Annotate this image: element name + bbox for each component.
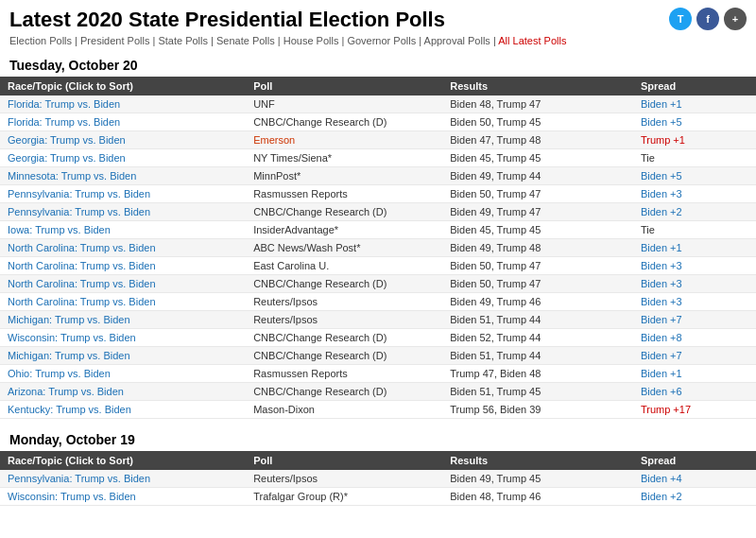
poll-spread: Biden +4 (633, 470, 756, 488)
poll-spread: Tie (633, 149, 756, 167)
column-header[interactable]: Poll (246, 451, 442, 470)
table-row: Arizona: Trump vs. BidenCNBC/Change Rese… (0, 383, 756, 401)
poll-name: CNBC/Change Research (D) (246, 275, 442, 293)
poll-spread: Biden +7 (633, 347, 756, 365)
polls-table-1: Race/Topic (Click to Sort)PollResultsSpr… (0, 451, 756, 506)
poll-spread: Biden +3 (633, 275, 756, 293)
poll-name: MinnPost* (246, 167, 442, 185)
table-row: North Carolina: Trump vs. BidenReuters/I… (0, 293, 756, 311)
race-topic[interactable]: Ohio: Trump vs. Biden (0, 365, 246, 383)
column-header[interactable]: Results (442, 451, 633, 470)
poll-name: ABC News/Wash Post* (246, 239, 442, 257)
poll-results: Biden 49, Trump 48 (442, 239, 633, 257)
race-topic[interactable]: Arizona: Trump vs. Biden (0, 383, 246, 401)
table-row: Wisconsin: Trump vs. BidenCNBC/Change Re… (0, 329, 756, 347)
poll-spread: Biden +3 (633, 293, 756, 311)
table-row: Pennsylvania: Trump vs. BidenCNBC/Change… (0, 203, 756, 221)
race-topic[interactable]: Florida: Trump vs. Biden (0, 113, 246, 131)
poll-spread: Biden +5 (633, 167, 756, 185)
table-row: Ohio: Trump vs. BidenRasmussen ReportsTr… (0, 365, 756, 383)
social-icons: T f + (669, 8, 747, 30)
poll-results: Biden 50, Trump 47 (442, 275, 633, 293)
table-row: Pennsylvania: Trump vs. BidenRasmussen R… (0, 185, 756, 203)
race-topic[interactable]: Pennsylvania: Trump vs. Biden (0, 470, 246, 488)
race-topic[interactable]: Iowa: Trump vs. Biden (0, 221, 246, 239)
table-row: Kentucky: Trump vs. BidenMason-DixonTrum… (0, 401, 756, 419)
nav-link-president-polls[interactable]: President Polls (80, 35, 149, 46)
poll-results: Biden 48, Trump 47 (442, 95, 633, 113)
nav-links: Election Polls | President Polls | State… (9, 35, 747, 46)
nav-link-approval-polls[interactable]: Approval Polls (424, 35, 490, 46)
poll-name: Mason-Dixon (246, 401, 442, 419)
race-topic[interactable]: Michigan: Trump vs. Biden (0, 347, 246, 365)
poll-spread: Trump +1 (633, 131, 756, 149)
poll-name: Reuters/Ipsos (246, 470, 442, 488)
column-header[interactable]: Race/Topic (Click to Sort) (0, 451, 246, 470)
nav-link-election-polls[interactable]: Election Polls (9, 35, 72, 46)
race-topic[interactable]: Michigan: Trump vs. Biden (0, 311, 246, 329)
race-topic[interactable]: Florida: Trump vs. Biden (0, 95, 246, 113)
poll-results: Biden 48, Trump 46 (442, 488, 633, 506)
header: T f + Latest 2020 State Presidential Ele… (0, 0, 756, 50)
column-header[interactable]: Spread (633, 77, 756, 95)
race-topic[interactable]: Minnesota: Trump vs. Biden (0, 167, 246, 185)
poll-spread: Biden +3 (633, 257, 756, 275)
plus-icon[interactable]: + (724, 8, 747, 30)
poll-name: NY Times/Siena* (246, 149, 442, 167)
race-topic[interactable]: Kentucky: Trump vs. Biden (0, 401, 246, 419)
table-row: Michigan: Trump vs. BidenCNBC/Change Res… (0, 347, 756, 365)
poll-results: Trump 56, Biden 39 (442, 401, 633, 419)
nav-link-governor-polls[interactable]: Governor Polls (347, 35, 416, 46)
poll-results: Biden 52, Trump 44 (442, 329, 633, 347)
column-header[interactable]: Poll (246, 77, 442, 95)
poll-spread: Biden +6 (633, 383, 756, 401)
poll-name: East Carolina U. (246, 257, 442, 275)
poll-results: Biden 49, Trump 46 (442, 293, 633, 311)
race-topic[interactable]: Pennsylvania: Trump vs. Biden (0, 203, 246, 221)
nav-link-state-polls[interactable]: State Polls (158, 35, 208, 46)
poll-spread: Biden +1 (633, 239, 756, 257)
race-topic[interactable]: Wisconsin: Trump vs. Biden (0, 488, 246, 506)
poll-results: Biden 50, Trump 45 (442, 113, 633, 131)
poll-results: Biden 49, Trump 44 (442, 167, 633, 185)
poll-name: InsiderAdvantage* (246, 221, 442, 239)
race-topic[interactable]: North Carolina: Trump vs. Biden (0, 275, 246, 293)
table-row: North Carolina: Trump vs. BidenABC News/… (0, 239, 756, 257)
race-topic[interactable]: North Carolina: Trump vs. Biden (0, 293, 246, 311)
facebook-icon[interactable]: f (696, 8, 719, 30)
race-topic[interactable]: Pennsylvania: Trump vs. Biden (0, 185, 246, 203)
race-topic[interactable]: North Carolina: Trump vs. Biden (0, 257, 246, 275)
table-row: Iowa: Trump vs. BidenInsiderAdvantage*Bi… (0, 221, 756, 239)
poll-results: Biden 51, Trump 44 (442, 347, 633, 365)
poll-spread: Biden +2 (633, 488, 756, 506)
column-header[interactable]: Spread (633, 451, 756, 470)
table-row: Florida: Trump vs. BidenCNBC/Change Rese… (0, 113, 756, 131)
poll-results: Biden 50, Trump 47 (442, 257, 633, 275)
poll-name: Reuters/Ipsos (246, 311, 442, 329)
race-topic[interactable]: Wisconsin: Trump vs. Biden (0, 329, 246, 347)
nav-link-senate-polls[interactable]: Senate Polls (216, 35, 275, 46)
poll-spread: Trump +17 (633, 401, 756, 419)
race-topic[interactable]: Georgia: Trump vs. Biden (0, 149, 246, 167)
column-header[interactable]: Results (442, 77, 633, 95)
race-topic[interactable]: North Carolina: Trump vs. Biden (0, 239, 246, 257)
poll-spread: Biden +5 (633, 113, 756, 131)
poll-name: CNBC/Change Research (D) (246, 203, 442, 221)
table-row: Wisconsin: Trump vs. BidenTrafalgar Grou… (0, 488, 756, 506)
poll-spread: Biden +7 (633, 311, 756, 329)
poll-results: Biden 51, Trump 44 (442, 311, 633, 329)
section-date-0: Tuesday, October 20 (0, 50, 756, 77)
twitter-icon[interactable]: T (669, 8, 692, 30)
poll-name: CNBC/Change Research (D) (246, 113, 442, 131)
poll-name: Trafalgar Group (R)* (246, 488, 442, 506)
poll-name: CNBC/Change Research (D) (246, 347, 442, 365)
column-header[interactable]: Race/Topic (Click to Sort) (0, 77, 246, 95)
race-topic[interactable]: Georgia: Trump vs. Biden (0, 131, 246, 149)
page-title: Latest 2020 State Presidential Election … (9, 8, 747, 32)
poll-name: Emerson (246, 131, 442, 149)
table-row: Georgia: Trump vs. BidenEmersonBiden 47,… (0, 131, 756, 149)
nav-link-all-latest-polls[interactable]: All Latest Polls (498, 35, 566, 46)
poll-spread: Biden +1 (633, 95, 756, 113)
nav-link-house-polls[interactable]: House Polls (284, 35, 339, 46)
poll-results: Biden 45, Trump 45 (442, 221, 633, 239)
